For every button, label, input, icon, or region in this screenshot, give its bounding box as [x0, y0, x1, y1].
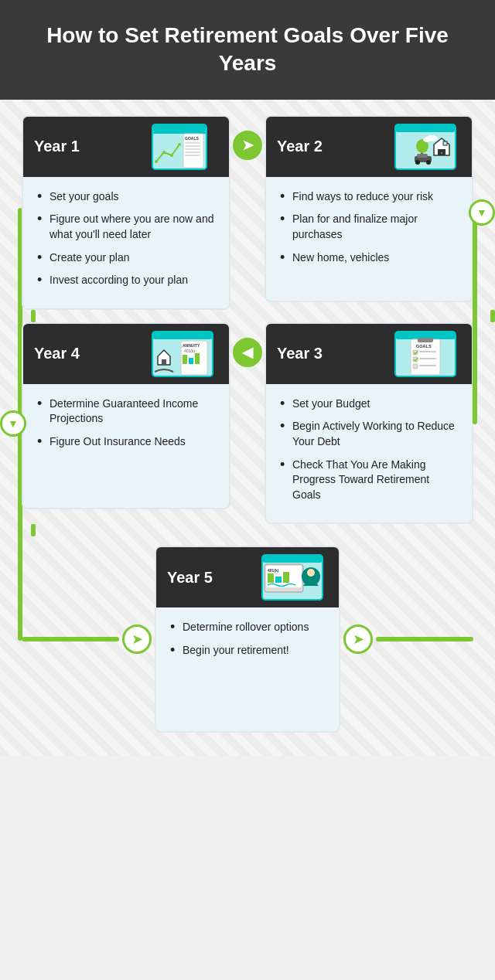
year1-item-2: Create your plan: [36, 250, 217, 266]
svg-point-27: [426, 160, 431, 165]
connector-1-2: ➤: [230, 115, 265, 160]
svg-rect-39: [162, 359, 166, 365]
year1-header: Year 1 GOALS: [23, 117, 229, 177]
svg-rect-50: [419, 365, 436, 366]
year2-item-2: New home, vehicles: [278, 250, 459, 266]
year3-illustration: GOALS: [391, 330, 461, 378]
svg-text:401(k): 401(k): [268, 568, 279, 573]
year5-card: Year 5 401(k): [155, 546, 340, 733]
year3-label: Year 3: [277, 345, 323, 362]
year5-line-right: [376, 637, 473, 641]
svg-point-12: [170, 154, 173, 157]
svg-rect-43: [418, 338, 433, 342]
year2-header: Year 2: [266, 117, 472, 177]
svg-rect-36: [189, 358, 193, 364]
year3-header: Year 3 GOALS: [266, 324, 472, 384]
svg-rect-8: [185, 151, 200, 153]
year5-item-1: Begin your retirement!: [169, 643, 326, 658]
layout: Year 1 GOALS: [15, 115, 480, 733]
svg-rect-6: [185, 145, 200, 147]
svg-point-13: [178, 143, 181, 146]
year2-illustration: [391, 123, 461, 171]
year4-label: Year 4: [34, 345, 80, 362]
svg-rect-51: [31, 524, 36, 536]
year3-item-1: Begin Actively Working to Reduce Your De…: [278, 419, 459, 449]
year2-card: Year 2: [265, 115, 473, 302]
svg-point-10: [155, 160, 158, 163]
svg-rect-49: [413, 364, 418, 369]
year2-label: Year 2: [277, 138, 323, 155]
svg-rect-9: [185, 155, 200, 156]
year2-body: Find ways to reduce your risk Plan for a…: [266, 177, 472, 301]
year5-item-0: Determine rollover options: [169, 620, 326, 635]
row-1-2: Year 1 GOALS: [15, 115, 480, 310]
arrow-down-icon-right: ▼: [469, 199, 495, 226]
year5-arrow-left-icon: ➤: [122, 624, 152, 654]
year1-list: Set your goals Figure out where you are …: [36, 189, 217, 288]
svg-rect-57: [268, 573, 274, 583]
svg-rect-46: [419, 351, 436, 352]
year2-item-0: Find ways to reduce your risk: [278, 189, 459, 205]
svg-point-19: [441, 152, 442, 154]
svg-rect-48: [419, 358, 436, 359]
connector-2-3-right: ▼: [469, 199, 495, 226]
arrow-left-icon: ◀: [233, 338, 262, 367]
svg-rect-5: [185, 142, 200, 144]
path-connector-v1: [15, 310, 480, 322]
year3-item-0: Set your Budget: [278, 396, 459, 412]
year5-card-wrap: Year 5 401(k): [155, 546, 340, 733]
year1-illustration: GOALS: [148, 123, 218, 171]
year4-card: Year 4 ANNUITY 401(k): [22, 322, 230, 509]
year3-list: Set your Budget Begin Actively Working t…: [278, 396, 459, 503]
path-connector-v2: [15, 524, 480, 536]
svg-rect-25: [417, 154, 428, 158]
year5-line-left: [22, 637, 119, 641]
year1-body: Set your goals Figure out where you are …: [23, 177, 229, 308]
year5-header: Year 5 401(k): [156, 547, 339, 607]
year1-item-3: Invest according to your plan: [36, 273, 217, 288]
year1-card: Year 1 GOALS: [22, 115, 230, 310]
svg-rect-7: [185, 148, 200, 150]
year4-header: Year 4 ANNUITY 401(k): [23, 324, 229, 384]
arrow-right-icon: ➤: [233, 131, 262, 160]
year5-body: Determine rollover options Begin your re…: [156, 607, 339, 731]
connector-3-4: ◀: [230, 322, 265, 367]
svg-text:ANNUITY: ANNUITY: [183, 343, 200, 348]
page-header: How to Set Retirement Goals Over Five Ye…: [0, 0, 495, 100]
svg-rect-58: [275, 577, 282, 583]
svg-point-11: [162, 151, 166, 154]
year1-card-wrap: Year 1 GOALS: [22, 115, 230, 310]
svg-rect-35: [183, 355, 187, 364]
year5-illustration: 401(k): [258, 553, 328, 601]
svg-text:GOALS: GOALS: [185, 136, 199, 141]
svg-rect-28: [490, 310, 495, 322]
year5-arrow-right-icon: ➤: [343, 624, 373, 654]
year4-list: Determine Guaranteed Income Projections …: [36, 396, 217, 450]
year4-item-1: Figure Out Insurance Needs: [36, 434, 217, 450]
row-3-4: ▼ Year 4 ANNUITY: [15, 322, 480, 525]
page-title: How to Set Retirement Goals Over Five Ye…: [46, 22, 449, 78]
year1-item-1: Figure out where you are now and what yo…: [36, 212, 217, 242]
connector-4-5-left: ▼: [0, 410, 26, 437]
svg-rect-37: [195, 353, 200, 364]
year3-card-wrap: Year 3 GOALS: [265, 322, 473, 525]
svg-rect-18: [443, 141, 447, 145]
year4-card-wrap: Year 4 ANNUITY 401(k): [22, 322, 230, 509]
year3-card: Year 3 GOALS: [265, 322, 473, 525]
year2-item-1: Plan for and finalize major purchases: [278, 212, 459, 242]
year4-item-0: Determine Guaranteed Income Projections: [36, 396, 217, 427]
svg-rect-15: [395, 124, 456, 132]
year5-list: Determine rollover options Begin your re…: [169, 620, 326, 658]
svg-rect-1: [152, 124, 207, 132]
svg-rect-59: [283, 572, 289, 583]
year1-item-0: Set your goals: [36, 189, 217, 205]
year3-body: Set your Budget Begin Actively Working t…: [266, 384, 472, 523]
main-content: Year 1 GOALS: [0, 100, 495, 757]
svg-text:401(k): 401(k): [184, 349, 196, 353]
page-wrapper: How to Set Retirement Goals Over Five Ye…: [0, 0, 495, 756]
svg-rect-31: [152, 332, 213, 339]
svg-rect-53: [262, 555, 323, 563]
year3-item-2: Check That You Are Making Progress Towar…: [278, 458, 459, 503]
path-svg-2: [15, 524, 495, 536]
year4-illustration: ANNUITY 401(k): [148, 330, 218, 378]
